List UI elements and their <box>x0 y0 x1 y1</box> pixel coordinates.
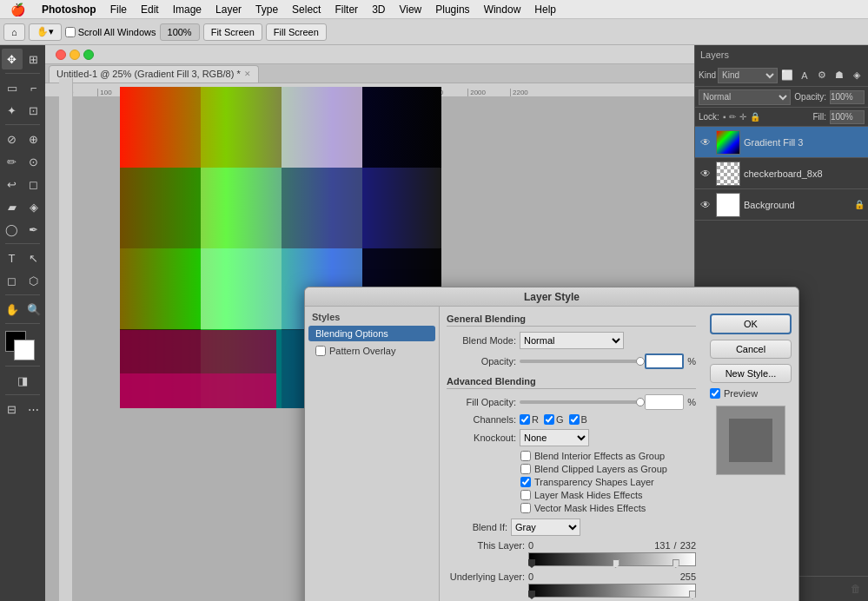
crop-tool[interactable]: ⊡ <box>23 100 44 121</box>
minimize-button[interactable] <box>70 50 80 60</box>
transparency-shapes-checkbox[interactable] <box>520 477 531 487</box>
tab-close-button[interactable]: ✕ <box>244 69 251 78</box>
this-layer-white-thumb-right[interactable] <box>673 559 679 568</box>
filter-icon-2[interactable]: A <box>797 68 812 83</box>
eyedropper-tool[interactable]: ⊘ <box>2 129 23 149</box>
menu-select[interactable]: Select <box>285 0 328 18</box>
zoom-tool[interactable]: 🔍 <box>23 299 44 320</box>
artboard-tool[interactable]: ⊞ <box>23 49 44 69</box>
opacity-input[interactable] <box>830 90 865 104</box>
menu-photoshop[interactable]: Photoshop <box>35 0 103 18</box>
layer-visibility-background[interactable]: 👁 <box>699 199 712 211</box>
menu-3d[interactable]: 3D <box>365 0 392 18</box>
gradient-tool[interactable]: ▰ <box>2 196 23 217</box>
background-color[interactable] <box>14 340 35 360</box>
channel-b-checkbox[interactable] <box>569 414 580 425</box>
blend-if-select[interactable]: Gray Red Green Blue <box>511 518 580 536</box>
scroll-all-windows-check[interactable]: Scroll All Windows <box>65 27 156 37</box>
blur-tool[interactable]: ◈ <box>23 196 44 217</box>
filter-icon-3[interactable]: ⚙ <box>814 68 830 83</box>
knockout-select[interactable]: None Shallow Deep <box>520 429 589 446</box>
fit-screen-button[interactable]: Fit Screen <box>203 23 262 41</box>
layer-mask-check[interactable]: Layer Mask Hides Effects <box>520 490 696 500</box>
fill-screen-button[interactable]: Fill Screen <box>266 23 327 41</box>
preview-checkbox[interactable] <box>710 388 720 399</box>
filter-icon-4[interactable]: ☗ <box>832 68 847 83</box>
text-tool[interactable]: T <box>2 248 23 268</box>
close-button[interactable] <box>56 50 66 60</box>
channel-r-check[interactable]: R <box>520 414 539 425</box>
layer-row-checkerboard[interactable]: 👁 checkerboard_8x8 <box>695 158 868 189</box>
this-layer-white-thumb-left[interactable] <box>613 559 620 568</box>
maximize-button[interactable] <box>83 50 94 60</box>
channel-r-checkbox[interactable] <box>520 414 530 425</box>
brush-tool[interactable]: ✏ <box>2 151 23 172</box>
lock-transparent-icon[interactable]: ▪ <box>723 112 726 122</box>
hand-tool-options[interactable]: ✋▾ <box>29 23 62 41</box>
3d-tool[interactable]: ⬡ <box>23 270 44 291</box>
blend-mode-select[interactable]: Normal <box>699 89 791 105</box>
vector-mask-checkbox[interactable] <box>520 503 531 513</box>
blend-interior-check[interactable]: Blend Interior Effects as Group <box>520 451 696 461</box>
pattern-overlay-item[interactable]: Pattern Overlay <box>308 343 435 359</box>
vector-mask-check[interactable]: Vector Mask Hides Effects <box>520 503 696 513</box>
this-layer-black-thumb[interactable] <box>528 559 535 568</box>
channel-g-check[interactable]: G <box>544 414 564 425</box>
fill-opacity-slider[interactable] <box>520 395 641 409</box>
menu-layer[interactable]: Layer <box>209 0 248 18</box>
underlying-black-thumb[interactable] <box>528 591 535 599</box>
history-brush-tool[interactable]: ↩ <box>2 174 23 195</box>
layer-visibility-checker[interactable]: 👁 <box>699 168 712 180</box>
blending-options-item[interactable]: Blending Options <box>308 326 435 341</box>
extras[interactable]: ⋯ <box>23 399 44 419</box>
lasso-tool[interactable]: ⌐ <box>23 77 44 98</box>
hand-tool[interactable]: ✋ <box>2 299 23 320</box>
pattern-overlay-checkbox[interactable] <box>315 346 326 356</box>
pen-tool[interactable]: ✒ <box>23 219 44 240</box>
dodge-tool[interactable]: ◯ <box>2 219 23 240</box>
layer-mask-checkbox[interactable] <box>520 490 531 500</box>
menu-view[interactable]: View <box>392 0 428 18</box>
underlying-white-thumb[interactable] <box>689 591 696 599</box>
healing-tool[interactable]: ⊕ <box>23 129 44 149</box>
filter-type-select[interactable]: Kind <box>718 68 778 83</box>
menu-type[interactable]: Type <box>248 0 285 18</box>
screen-mode[interactable]: ⊟ <box>2 399 23 419</box>
fill-input[interactable] <box>830 110 865 124</box>
blend-mode-dropdown[interactable]: Normal Dissolve Multiply <box>520 332 624 349</box>
menu-help[interactable]: Help <box>527 0 563 18</box>
blend-interior-checkbox[interactable] <box>520 451 531 461</box>
menu-file[interactable]: File <box>103 0 134 18</box>
quick-mask-mode[interactable]: ◨ <box>12 370 33 391</box>
lock-all-icon[interactable]: 🔒 <box>750 112 760 122</box>
menu-image[interactable]: Image <box>166 0 209 18</box>
layer-row-background[interactable]: 👁 Background 🔒 <box>695 189 868 221</box>
zoom-100-button[interactable]: 100% <box>160 23 200 41</box>
fill-opacity-input[interactable]: 100 <box>645 394 684 410</box>
scroll-all-windows-checkbox[interactable] <box>65 27 76 37</box>
blend-clipped-check[interactable]: Blend Clipped Layers as Group <box>520 464 696 474</box>
opacity-thumb[interactable] <box>636 357 645 366</box>
lock-position-icon[interactable]: ✛ <box>739 112 746 122</box>
transparency-shapes-check[interactable]: Transparency Shapes Layer <box>520 477 696 487</box>
layer-visibility-gradient[interactable]: 👁 <box>699 136 712 149</box>
menu-plugins[interactable]: Plugins <box>428 0 476 18</box>
apple-menu[interactable]: 🍎 <box>0 3 35 17</box>
rectangular-marquee-tool[interactable]: ▭ <box>2 77 23 98</box>
home-button[interactable]: ⌂ <box>3 23 25 41</box>
delete-layer-button[interactable]: 🗑 <box>847 580 865 598</box>
path-selection-tool[interactable]: ↖ <box>23 248 44 268</box>
filter-icon-1[interactable]: ⬜ <box>779 68 795 83</box>
channel-g-checkbox[interactable] <box>544 414 554 425</box>
lock-image-icon[interactable]: ✏ <box>729 112 736 122</box>
fill-opacity-thumb[interactable] <box>636 398 645 406</box>
filter-icon-5[interactable]: ◈ <box>849 68 865 83</box>
channel-b-check[interactable]: B <box>569 414 587 425</box>
magic-wand-tool[interactable]: ✦ <box>2 100 23 121</box>
menu-window[interactable]: Window <box>477 0 528 18</box>
new-style-button[interactable]: New Style... <box>710 364 792 383</box>
opacity-value-input[interactable]: 100 <box>645 353 684 369</box>
layer-row-gradient-fill[interactable]: 👁 Gradient Fill 3 <box>695 127 868 158</box>
menu-filter[interactable]: Filter <box>328 0 365 18</box>
menu-edit[interactable]: Edit <box>134 0 166 18</box>
